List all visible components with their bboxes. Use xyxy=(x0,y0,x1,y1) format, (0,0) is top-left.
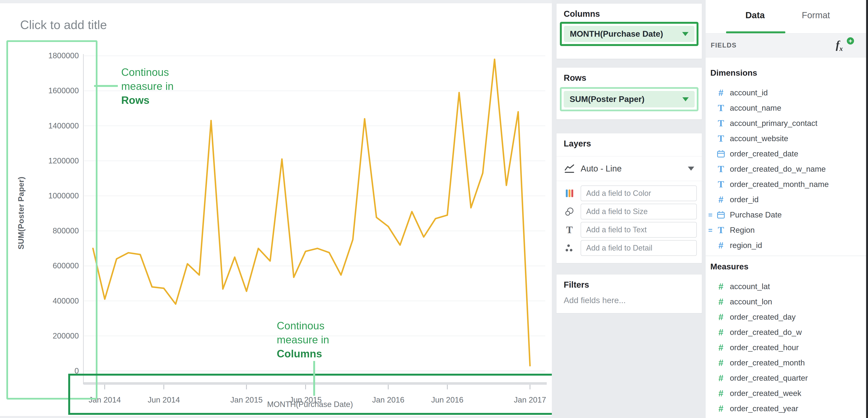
dimension-field-item[interactable]: #account_id xyxy=(706,85,866,100)
annotation-line: measure in xyxy=(121,80,174,92)
measures-list: #account_lat#account_lon#order_created_d… xyxy=(706,279,866,416)
text-icon: T xyxy=(718,180,724,189)
x-tick-mark xyxy=(104,385,105,389)
field-name: account_name xyxy=(730,103,781,113)
field-name: region_id xyxy=(730,241,762,250)
y-tick-label: 600000 xyxy=(25,261,79,270)
size-icon xyxy=(564,207,574,216)
fx-icon: fx xyxy=(836,39,843,51)
measure-field-item[interactable]: #account_lat xyxy=(706,279,866,294)
rows-annotation-text: Continous measure in Rows xyxy=(121,65,174,107)
field-name: order_created_month_name xyxy=(730,180,829,189)
field-name: order_created_week xyxy=(730,389,801,398)
chart-title-placeholder[interactable]: Click to add title xyxy=(20,18,107,32)
calendar-icon xyxy=(717,211,725,219)
layer-type-selector[interactable]: Auto - Line xyxy=(557,156,702,181)
layers-title: Layers xyxy=(564,139,591,148)
measure-field-item[interactable]: #order_created_quarter xyxy=(706,370,866,386)
field-name: order_created_year xyxy=(730,404,798,413)
x-tick-mark xyxy=(530,385,530,389)
text-icon: T xyxy=(718,165,724,174)
measure-field-item[interactable]: #order_created_hour xyxy=(706,340,866,355)
field-name: order_created_quarter xyxy=(730,374,808,383)
measure-field-item[interactable]: #order_created_week xyxy=(706,386,866,401)
text-icon: T xyxy=(718,134,724,143)
columns-field-pill[interactable]: MONTH(Purchase Date) xyxy=(564,26,694,42)
y-tick-label: 1600000 xyxy=(25,86,79,95)
x-tick-label: Jun 2016 xyxy=(420,395,475,405)
measure-field-item[interactable]: #order_created_year xyxy=(706,401,866,416)
number-icon: # xyxy=(718,88,723,97)
y-tick-label: 1000000 xyxy=(25,191,79,201)
text-icon: T xyxy=(566,224,573,236)
number-icon: # xyxy=(718,358,723,367)
dimension-field-item[interactable]: Taccount_primary_contact xyxy=(706,116,866,131)
dimension-field-item[interactable]: order_created_date xyxy=(706,146,866,161)
number-icon: # xyxy=(718,328,723,337)
text-icon: T xyxy=(718,103,724,113)
layer-type-label: Auto - Line xyxy=(581,164,688,173)
dimension-field-item[interactable]: Torder_created_do_w_name xyxy=(706,161,866,177)
layer-drop-zones: T xyxy=(557,186,702,259)
columns-annotation-connector xyxy=(313,361,315,396)
filters-drop-zone[interactable]: Add fields here... xyxy=(564,296,626,305)
x-tick-mark xyxy=(388,385,389,389)
field-name: order_created_date xyxy=(730,149,798,158)
dimension-field-item[interactable]: Taccount_website xyxy=(706,131,866,146)
tab-data[interactable]: Data xyxy=(737,10,773,20)
y-tick-label: 0 xyxy=(25,366,79,376)
calculated-equals-icon: = xyxy=(706,211,715,219)
layer-drop-row-detail xyxy=(557,241,697,256)
chevron-down-icon[interactable] xyxy=(682,97,689,101)
color-icon xyxy=(564,189,574,198)
field-name: account_lon xyxy=(730,297,772,306)
field-name: account_primary_contact xyxy=(730,119,817,128)
layers-card: Layers Auto - Line T xyxy=(556,133,702,263)
chevron-down-icon[interactable] xyxy=(688,167,694,171)
fields-panel: Data Format FIELDS fx + Dimensions #acco… xyxy=(706,0,866,418)
dimensions-section-title: Dimensions xyxy=(710,68,757,78)
rows-shelf: Rows SUM(Poster Paper) xyxy=(556,67,702,120)
rows-field-pill[interactable]: SUM(Poster Paper) xyxy=(564,91,695,108)
dimension-field-item[interactable]: Taccount_name xyxy=(706,100,866,116)
number-icon: # xyxy=(718,312,723,322)
number-icon: # xyxy=(718,282,723,291)
number-icon: # xyxy=(718,389,723,398)
add-field-to-size-input[interactable] xyxy=(581,204,697,219)
dimension-field-item[interactable]: #order_id xyxy=(706,192,866,207)
number-icon: # xyxy=(718,343,723,352)
annotation-line: Continous xyxy=(121,66,169,78)
rows-shelf-title: Rows xyxy=(564,73,586,83)
add-field-to-color-input[interactable] xyxy=(581,185,697,201)
field-name: Region xyxy=(730,226,755,235)
dimension-field-item[interactable]: =TRegion xyxy=(706,222,866,238)
field-name: order_created_do_w xyxy=(730,328,802,337)
columns-annotation-text: Continous measure in Columns xyxy=(277,319,329,361)
divider xyxy=(706,256,866,256)
measure-field-item[interactable]: #account_lon xyxy=(706,294,866,309)
measure-field-item[interactable]: #order_created_day xyxy=(706,309,866,325)
columns-pill-label: MONTH(Purchase Date) xyxy=(570,29,682,38)
number-icon: # xyxy=(718,374,723,383)
columns-shelf-title: Columns xyxy=(564,9,600,19)
dimension-field-item[interactable]: #region_id xyxy=(706,238,866,253)
detail-icon xyxy=(565,244,574,252)
field-name: order_created_month xyxy=(730,358,805,367)
tab-format[interactable]: Format xyxy=(797,10,835,20)
measure-field-item[interactable]: #order_created_do_w xyxy=(706,325,866,340)
dimension-field-item[interactable]: = Purchase Date xyxy=(706,207,866,222)
add-calculated-field-button[interactable]: fx + xyxy=(836,38,853,53)
measure-field-item[interactable]: #order_created_month xyxy=(706,355,866,370)
chevron-down-icon[interactable] xyxy=(682,32,688,36)
text-icon: T xyxy=(718,226,724,235)
add-field-to-text-input[interactable] xyxy=(581,222,697,238)
active-tab-indicator xyxy=(726,31,785,33)
fields-header-label: FIELDS xyxy=(711,41,737,49)
x-axis-line xyxy=(84,382,547,385)
dimensions-list: #account_idTaccount_nameTaccount_primary… xyxy=(706,85,866,253)
field-name: order_created_hour xyxy=(730,343,799,352)
dimension-field-item[interactable]: Torder_created_month_name xyxy=(706,177,866,192)
add-field-to-detail-input[interactable] xyxy=(581,240,697,256)
filters-title: Filters xyxy=(564,280,589,290)
layer-drop-row-color xyxy=(557,186,697,201)
